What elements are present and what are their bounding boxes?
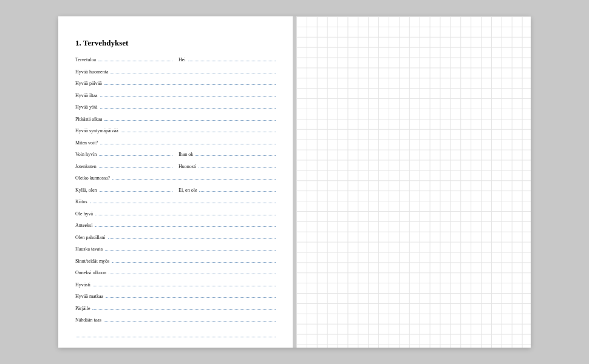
dotted-line	[104, 116, 276, 121]
dotted-line	[112, 175, 276, 180]
entry-row: Hyvää yötä	[75, 104, 276, 114]
dotted-line	[99, 163, 172, 168]
dotted-line	[112, 258, 276, 263]
entry-row: Sinut/teidät myös	[75, 258, 276, 268]
entry-cell: Hyvästi	[75, 281, 276, 289]
entry-cell: Pärjäile	[75, 305, 276, 312]
entry-label: Huonosti	[179, 164, 197, 170]
entry-label: Miten voit?	[75, 141, 99, 147]
entry-row	[75, 332, 276, 343]
entry-row: Hyvää syntymäpäivää	[75, 127, 276, 138]
entry-label: Onneksi olkoon	[75, 271, 107, 277]
entry-cell: Ihan ok	[179, 151, 276, 158]
dotted-line	[77, 332, 276, 337]
entry-label: Voin hyvin	[75, 152, 98, 158]
entry-row: Kyllä, olenEi, en ole	[75, 187, 276, 197]
dotted-line	[100, 92, 276, 97]
entry-cell: Kyllä, olen	[75, 187, 172, 194]
entry-cell: Olen pahoillani	[75, 234, 276, 241]
entry-label: Pitkästä aikaa	[75, 117, 103, 123]
dotted-line	[95, 211, 276, 215]
dotted-line	[104, 317, 276, 322]
entry-label: Sinut/teidät myös	[75, 259, 111, 265]
entry-label: Hyvää syntymäpäivää	[75, 129, 120, 135]
dotted-line	[100, 187, 172, 192]
entry-row: TervetuloaHei	[75, 56, 276, 67]
entry-row: Nähdään taas	[75, 317, 276, 327]
entry-row: Hauska tavata	[75, 246, 276, 256]
dotted-line	[196, 151, 276, 156]
dotted-line	[95, 222, 276, 227]
dotted-line	[104, 80, 276, 85]
entry-cell: Anteeksi	[75, 222, 276, 229]
entry-row: Olen pahoillani	[75, 234, 276, 244]
entry-cell: Oletko kunnossa?	[75, 175, 276, 182]
dotted-line	[93, 281, 276, 286]
entry-row: Miten voit?	[75, 140, 276, 150]
entry-label: Hyvää matkaa	[75, 294, 104, 300]
dotted-line	[121, 127, 276, 132]
dotted-line	[105, 246, 276, 251]
entry-label: Anteeksi	[75, 223, 94, 229]
dotted-line	[199, 187, 276, 192]
entry-cell: Jotenkuten	[75, 163, 172, 170]
entry-cell: Voin hyvin	[75, 151, 172, 158]
entry-cell: Huonosti	[179, 163, 276, 170]
left-page: 1. Tervehdykset TervetuloaHeiHyvää huome…	[58, 16, 293, 348]
entry-cell: Hei	[179, 56, 276, 64]
entry-cell: Pitkästä aikaa	[75, 116, 276, 123]
entry-label: Ole hyvä	[75, 212, 94, 218]
entry-label: Kiitos	[75, 200, 89, 206]
dotted-line	[106, 293, 276, 298]
section-title: 1. Tervehdykset	[75, 38, 276, 48]
entry-label: Hyvää huomenta	[75, 70, 109, 76]
entry-label: Oletko kunnossa?	[75, 176, 111, 182]
dotted-line	[199, 163, 276, 168]
entry-label: Olen pahoillani	[75, 235, 107, 241]
dotted-line	[100, 140, 276, 144]
entry-cell: Hyvää matkaa	[75, 293, 276, 300]
entry-row: Hyvää iltaa	[75, 92, 276, 103]
entry-row: Hyvää päivää	[75, 80, 276, 90]
entry-cell: Hyvää iltaa	[75, 92, 276, 99]
entry-row: Hyvää huomenta	[75, 69, 276, 79]
dotted-line	[188, 56, 276, 61]
page-spread: 1. Tervehdykset TervetuloaHeiHyvää huome…	[58, 16, 531, 348]
entry-cell: Ei, en ole	[179, 187, 276, 194]
entry-row: JotenkutenHuonosti	[75, 163, 276, 174]
entry-cell: Hyvää huomenta	[75, 69, 276, 76]
entry-row: Onneksi olkoon	[75, 269, 276, 280]
entry-row: Ole hyvä	[75, 211, 276, 221]
entry-label: Pärjäile	[75, 306, 91, 312]
entry-label: Ihan ok	[179, 152, 194, 158]
entry-label: Hauska tavata	[75, 247, 104, 253]
dotted-line	[98, 56, 172, 61]
entry-row: Hyvästi	[75, 281, 276, 292]
dotted-line	[99, 151, 172, 156]
entry-cell: Sinut/teidät myös	[75, 258, 276, 265]
entry-row: Hyvää matkaa	[75, 293, 276, 303]
entry-cell: Tervetuloa	[75, 56, 172, 64]
entry-cell: Onneksi olkoon	[75, 269, 276, 277]
entry-cell: Kiitos	[75, 198, 276, 206]
entry-label: Hyvästi	[75, 283, 92, 289]
dotted-line	[109, 269, 276, 274]
dotted-line	[90, 198, 276, 203]
entry-label: Hyvää iltaa	[75, 93, 99, 99]
entry-cell: Hyvää syntymäpäivää	[75, 127, 276, 135]
entry-row: Voin hyvinIhan ok	[75, 151, 276, 161]
entry-cell: Nähdään taas	[75, 317, 276, 324]
entry-row: Oletko kunnossa?	[75, 175, 276, 185]
entry-label: Ei, en ole	[179, 188, 198, 194]
entry-label: Kyllä, olen	[75, 188, 98, 194]
entries-list: TervetuloaHeiHyvää huomentaHyvää päivääH…	[75, 56, 276, 342]
dotted-line	[92, 305, 276, 310]
entry-label: Hyvää yötä	[75, 105, 99, 111]
dotted-line	[100, 104, 276, 109]
entry-label: Nähdään taas	[75, 318, 103, 324]
entry-cell: Hyvää yötä	[75, 104, 276, 111]
entry-label: Tervetuloa	[75, 58, 97, 64]
entry-label: Hei	[179, 58, 187, 64]
entry-cell: Miten voit?	[75, 140, 276, 147]
entry-label: Jotenkuten	[75, 164, 98, 170]
